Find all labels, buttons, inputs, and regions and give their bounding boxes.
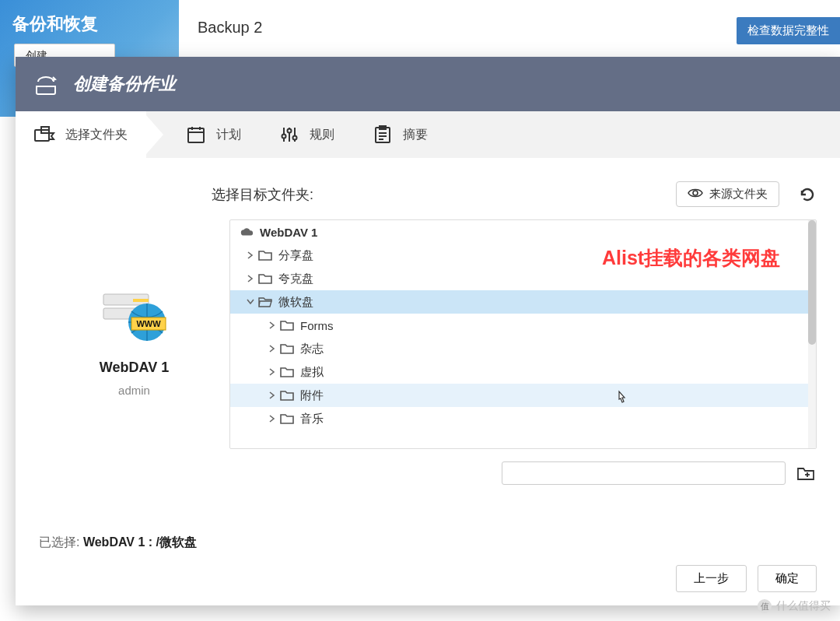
sliders-icon xyxy=(278,125,300,144)
source-folder-label: 来源文件夹 xyxy=(709,187,768,202)
tree-root[interactable]: WebDAV 1 xyxy=(230,220,816,244)
task-name: Backup 2 xyxy=(198,19,821,37)
chevron-right-icon[interactable] xyxy=(268,414,277,423)
destination-info-panel: WWW WebDAV 1 admin xyxy=(39,219,229,491)
tree-item-label: 虚拟 xyxy=(300,365,324,380)
folder-icon xyxy=(280,365,294,379)
source-folder-button[interactable]: 来源文件夹 xyxy=(676,181,779,207)
path-input[interactable] xyxy=(502,461,786,485)
folder-icon xyxy=(258,248,272,262)
step-summary-label: 摘要 xyxy=(403,127,428,143)
tree-row[interactable]: 附件 xyxy=(230,384,816,407)
folder-icon xyxy=(280,412,294,426)
scrollbar-thumb[interactable] xyxy=(808,220,816,345)
webdav-icon: WWW xyxy=(99,288,170,344)
svg-point-9 xyxy=(282,135,286,139)
folder-tree[interactable]: WebDAV 1分享盘夸克盘微软盘Forms杂志虚拟附件音乐Alist挂载的各类… xyxy=(229,219,817,449)
tree-item-label: 夸克盘 xyxy=(278,272,313,286)
svg-point-17 xyxy=(693,191,698,195)
tree-row[interactable]: 虚拟 xyxy=(230,360,816,384)
dialog-body: 选择目标文件夹: 来源文件夹 xyxy=(16,158,840,551)
tree-row[interactable]: Forms xyxy=(230,314,816,337)
svg-rect-2 xyxy=(188,128,204,142)
tree-item-label: Forms xyxy=(300,319,334,332)
path-row xyxy=(229,461,817,491)
tree-item-label: 附件 xyxy=(300,388,324,403)
prev-button[interactable]: 上一步 xyxy=(676,565,747,592)
tree-row[interactable]: 夸克盘 xyxy=(230,267,816,290)
folder-icon xyxy=(258,272,272,286)
chevron-right-icon[interactable] xyxy=(268,321,277,330)
cloud-icon xyxy=(240,225,254,239)
ok-button[interactable]: 确定 xyxy=(758,565,817,592)
selected-path-row: 已选择: WebDAV 1 : /微软盘 xyxy=(39,535,817,551)
svg-point-10 xyxy=(288,129,292,133)
folder-step-icon xyxy=(34,125,56,144)
chevron-right-icon[interactable] xyxy=(246,274,255,283)
svg-rect-20 xyxy=(133,299,149,302)
tree-item-label: 杂志 xyxy=(300,342,324,356)
step-schedule[interactable]: 计划 xyxy=(166,111,260,158)
select-target-label: 选择目标文件夹: xyxy=(212,185,313,204)
dialog-title: 创建备份作业 xyxy=(73,72,176,96)
folder-icon xyxy=(280,318,294,332)
new-folder-button[interactable] xyxy=(795,462,817,484)
body-content: WWW WebDAV 1 admin WebDAV 1分享盘夸克盘微软盘Form… xyxy=(39,219,817,491)
step-folder-label: 选择文件夹 xyxy=(65,127,128,143)
body-top-row: 选择目标文件夹: 来源文件夹 xyxy=(39,181,817,207)
step-rules[interactable]: 规则 xyxy=(260,111,353,158)
folder-icon xyxy=(280,342,294,356)
chevron-right-icon[interactable] xyxy=(246,251,255,260)
app-title: 备份和恢复 xyxy=(12,12,166,36)
svg-point-11 xyxy=(293,136,297,140)
eye-icon xyxy=(688,188,703,201)
chevron-right-icon[interactable] xyxy=(268,391,277,400)
tree-row[interactable]: 杂志 xyxy=(230,337,816,360)
step-summary[interactable]: 摘要 xyxy=(353,111,446,158)
check-integrity-button[interactable]: 检查数据完整性 xyxy=(737,17,840,44)
chevron-right-icon[interactable] xyxy=(268,367,277,377)
tree-wrap: WebDAV 1分享盘夸克盘微软盘Forms杂志虚拟附件音乐Alist挂载的各类… xyxy=(229,219,817,491)
tree-item-label: 微软盘 xyxy=(278,295,313,310)
selected-value: WebDAV 1 : /微软盘 xyxy=(83,535,197,549)
folder-open-icon xyxy=(258,295,272,309)
folder-icon xyxy=(280,388,294,402)
step-folder[interactable]: 选择文件夹 xyxy=(16,111,146,158)
tree-item-label: 音乐 xyxy=(300,412,324,426)
tree-row[interactable]: 音乐 xyxy=(230,407,816,430)
destination-user: admin xyxy=(118,384,150,397)
selected-label: 已选择: xyxy=(39,535,83,549)
wizard-steps: 选择文件夹 计划 规则 摘要 xyxy=(16,111,840,158)
step-rules-label: 规则 xyxy=(310,127,334,143)
tree-row[interactable]: 分享盘 xyxy=(230,244,816,267)
tree-row[interactable]: 微软盘 xyxy=(230,290,816,314)
watermark: 值 什么值得买 xyxy=(758,599,831,613)
step-schedule-label: 计划 xyxy=(216,127,241,143)
refresh-button[interactable] xyxy=(798,185,817,204)
backup-header-icon xyxy=(31,69,61,99)
clipboard-icon xyxy=(372,125,394,144)
chevron-right-icon[interactable] xyxy=(268,344,277,353)
create-backup-dialog: 创建备份作业 选择文件夹 计划 规则 摘要 xyxy=(16,57,840,605)
destination-name: WebDAV 1 xyxy=(100,360,169,376)
dialog-header: 创建备份作业 xyxy=(16,57,840,111)
watermark-text: 什么值得买 xyxy=(776,599,831,613)
svg-text:WWW: WWW xyxy=(136,319,161,328)
tree-root-label: WebDAV 1 xyxy=(260,226,317,239)
dialog-footer: 上一步 确定 xyxy=(16,551,840,605)
chevron-down-icon[interactable] xyxy=(246,297,255,307)
tree-item-label: 分享盘 xyxy=(278,248,313,263)
watermark-logo-icon: 值 xyxy=(758,599,772,613)
calendar-icon xyxy=(185,125,207,144)
